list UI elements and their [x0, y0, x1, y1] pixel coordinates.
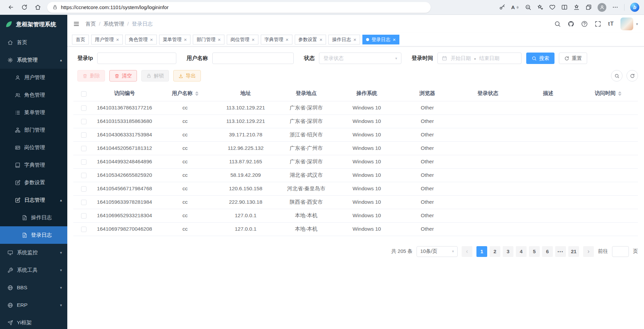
split-screen-icon[interactable]: [561, 4, 568, 10]
sidebar-item[interactable]: 参数设置: [0, 174, 67, 191]
menu-fold-icon[interactable]: [67, 15, 85, 33]
row-checkbox[interactable]: [81, 146, 86, 151]
close-icon[interactable]: ×: [116, 37, 119, 42]
page-button-4[interactable]: 4: [516, 246, 527, 257]
sidebar-item[interactable]: 岗位管理: [0, 139, 67, 156]
export-button[interactable]: 导出: [173, 70, 201, 81]
browser-back-button[interactable]: [5, 1, 17, 13]
tab-部门管理[interactable]: 部门管理×: [193, 35, 224, 44]
favorites-bar-icon[interactable]: [573, 4, 580, 10]
browser-profile-avatar[interactable]: [598, 3, 606, 12]
row-checkbox[interactable]: [81, 213, 86, 219]
tab-登录日志[interactable]: 登录日志×: [362, 35, 399, 44]
close-icon[interactable]: ×: [184, 37, 187, 42]
github-icon[interactable]: [568, 21, 574, 27]
password-key-icon[interactable]: [499, 4, 505, 10]
row-checkbox[interactable]: [81, 159, 86, 165]
copilot-icon[interactable]: b: [630, 3, 639, 12]
toggle-search-button[interactable]: [611, 70, 622, 81]
fullscreen-icon[interactable]: [595, 21, 601, 27]
next-page-button[interactable]: ›: [583, 246, 594, 257]
url-bar[interactable]: https://ccnetcore.com:1101/system/log/lo…: [47, 2, 431, 13]
row-checkbox[interactable]: [81, 105, 86, 111]
browser-settings-dots-icon[interactable]: [612, 4, 618, 10]
sidebar-item[interactable]: 用户管理: [0, 69, 67, 86]
column-header[interactable]: 用户名称: [155, 86, 215, 101]
row-checkbox[interactable]: [81, 200, 86, 205]
sidebar-item[interactable]: 系统工具▾: [0, 261, 67, 279]
close-icon[interactable]: ×: [286, 37, 289, 42]
tab-参数设置[interactable]: 参数设置×: [295, 35, 326, 44]
page-button-5[interactable]: 5: [529, 246, 540, 257]
sort-icon[interactable]: [618, 91, 621, 96]
read-aloud-icon[interactable]: A: [511, 4, 519, 10]
sidebar-item[interactable]: 操作日志: [0, 209, 67, 226]
sidebar-item[interactable]: 角色管理: [0, 86, 67, 104]
prev-page-button[interactable]: ‹: [462, 246, 472, 257]
row-checkbox[interactable]: [81, 132, 86, 138]
close-icon[interactable]: ×: [320, 37, 323, 42]
column-header[interactable]: 访问时间: [578, 86, 638, 101]
tab-菜单管理[interactable]: 菜单管理×: [159, 35, 191, 44]
select-all-checkbox[interactable]: [81, 91, 86, 97]
sidebar-item[interactable]: 日志管理▴: [0, 191, 67, 209]
unlock-button[interactable]: 解锁: [141, 70, 169, 81]
search-button[interactable]: 搜索: [526, 53, 554, 64]
close-icon[interactable]: ×: [150, 37, 153, 42]
browser-home-button[interactable]: [32, 1, 44, 13]
user-avatar[interactable]: [620, 18, 633, 30]
close-icon[interactable]: ×: [218, 37, 221, 42]
row-checkbox[interactable]: [81, 186, 86, 192]
chevron-down-icon[interactable]: ▾: [636, 22, 638, 26]
sort-icon[interactable]: [195, 91, 199, 96]
page-button-3[interactable]: 3: [503, 246, 513, 257]
font-size-icon[interactable]: tT: [608, 21, 614, 27]
header-search-icon[interactable]: [554, 21, 561, 27]
add-favorite-icon[interactable]: [537, 4, 543, 10]
breadcrumb-item[interactable]: 首页: [85, 21, 96, 28]
tab-用户管理[interactable]: 用户管理×: [91, 35, 123, 44]
login-ip-input[interactable]: [97, 53, 176, 64]
browser-refresh-button[interactable]: [18, 1, 30, 13]
help-icon[interactable]: [581, 21, 588, 27]
refresh-table-button[interactable]: [627, 70, 638, 81]
zoom-out-icon[interactable]: [525, 4, 531, 10]
close-icon[interactable]: ×: [252, 37, 255, 42]
tab-角色管理[interactable]: 角色管理×: [125, 35, 157, 44]
sidebar-item[interactable]: ERP▾: [0, 296, 67, 314]
pagination-more-button[interactable]: •••: [555, 246, 566, 257]
sidebar-item[interactable]: 字典管理: [0, 156, 67, 174]
tab-岗位管理[interactable]: 岗位管理×: [227, 35, 258, 44]
sidebar-item[interactable]: 部门管理: [0, 121, 67, 139]
row-checkbox[interactable]: [81, 173, 86, 178]
tab-字典管理[interactable]: 字典管理×: [261, 35, 292, 44]
page-button-6[interactable]: 6: [542, 246, 553, 257]
clear-button[interactable]: 清空: [109, 70, 137, 81]
sidebar-item[interactable]: 登录日志: [0, 226, 67, 244]
login-time-range-picker[interactable]: 开始日期 - 结束日期: [437, 53, 522, 64]
sidebar-item[interactable]: 系统管理▴: [0, 51, 67, 69]
tab-操作日志[interactable]: 操作日志×: [328, 35, 360, 44]
reset-button[interactable]: 重置: [559, 53, 587, 64]
sidebar-item[interactable]: Yi框架: [0, 314, 67, 329]
breadcrumb-item[interactable]: 系统管理: [103, 21, 124, 28]
sidebar-item[interactable]: BBS▾: [0, 279, 67, 296]
app-logo[interactable]: 意框架管理系统: [0, 15, 67, 34]
close-icon[interactable]: ×: [393, 37, 396, 42]
goto-page-input[interactable]: [612, 246, 629, 257]
sidebar-item[interactable]: 系统监控▾: [0, 244, 67, 261]
page-button-last[interactable]: 21: [568, 246, 579, 257]
delete-button[interactable]: 删除: [77, 70, 105, 81]
username-input[interactable]: [212, 53, 294, 64]
row-checkbox[interactable]: [81, 227, 86, 232]
page-button-2[interactable]: 2: [490, 246, 500, 257]
tab-首页[interactable]: 首页: [72, 35, 89, 44]
browser-essentials-icon[interactable]: [549, 4, 556, 10]
close-icon[interactable]: ×: [353, 37, 356, 42]
collections-icon[interactable]: [585, 4, 592, 10]
sidebar-item[interactable]: 首页: [0, 34, 67, 51]
page-button-1[interactable]: 1: [476, 246, 487, 257]
page-size-select[interactable]: 10条/页 ▾: [417, 246, 458, 257]
row-checkbox[interactable]: [81, 119, 86, 124]
sidebar-item[interactable]: 菜单管理: [0, 104, 67, 121]
